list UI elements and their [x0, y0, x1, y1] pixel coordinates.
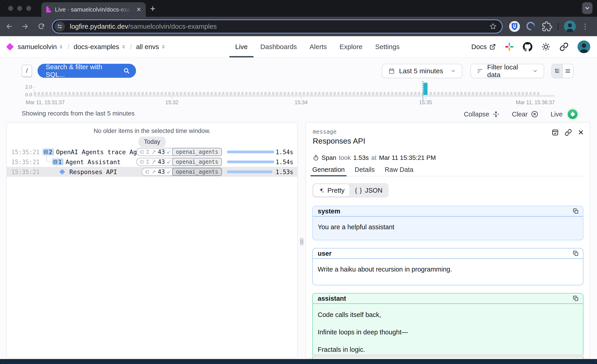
panel-resize-handle[interactable]: [300, 237, 304, 246]
search-filter-button[interactable]: Search & filter with SQL...: [38, 64, 136, 78]
reload-icon: [38, 23, 45, 30]
row-timestamp: 15:35:21: [11, 149, 39, 156]
child-count: 1: [58, 159, 62, 165]
time-range-dropdown[interactable]: Last 5 minutes: [382, 64, 462, 78]
window-close-button[interactable]: [8, 6, 13, 11]
local-filter-value: Filter local data: [487, 63, 528, 79]
nav-tab-explore[interactable]: Explore: [340, 36, 363, 57]
breadcrumb: samuelcolvin / docs-examples / all envs: [7, 36, 166, 57]
docs-link[interactable]: Docs: [471, 43, 496, 51]
pretty-label: Pretty: [327, 187, 345, 194]
message-line: Infinite loops in deep thought—: [318, 329, 578, 336]
select-chevrons-icon: [121, 44, 126, 49]
x-axis-tick: 15:32: [165, 99, 179, 106]
live-toggle[interactable]: Live: [551, 107, 579, 121]
duration-value: 1.54s: [276, 159, 293, 166]
collapse-button[interactable]: Collapse: [464, 111, 500, 118]
reload-button[interactable]: [38, 23, 45, 30]
local-filter-dropdown[interactable]: Filter local data: [471, 64, 544, 78]
table-row[interactable]: 15:35:21 2 OpenAI Agents trace Agent… Σ …: [7, 147, 297, 157]
browser-tab-strip: Live · samuelcolvin/docs-exa ✕ +: [0, 0, 597, 17]
x-axis-labels: Mar 11, 15:31:37 15:32 15:34 15:35 Mar 1…: [34, 99, 555, 106]
back-button[interactable]: [5, 23, 13, 30]
url-bar[interactable]: logfire.pydantic.dev/samuelcolvin/docs-e…: [52, 19, 503, 33]
duration-value: 1.53s: [276, 169, 293, 175]
tab-search-button[interactable]: [582, 2, 592, 14]
breadcrumb-env[interactable]: all envs: [136, 43, 166, 51]
avatar-image: [564, 21, 576, 32]
nav-tab-live[interactable]: Live: [235, 36, 248, 57]
records-actions: Collapse Clear Live: [464, 107, 579, 122]
tab-details[interactable]: Details: [355, 165, 375, 176]
window-zoom-button[interactable]: [26, 6, 31, 11]
calendar-icon: [388, 68, 395, 74]
pretty-toggle-button[interactable]: Pretty: [314, 184, 350, 197]
event-bar: [424, 83, 428, 95]
scope-tag: openai_agents: [172, 168, 222, 176]
window-minimize-button[interactable]: [17, 6, 22, 11]
copy-icon[interactable]: [573, 295, 579, 302]
list-view-icon: [565, 68, 571, 74]
meta-at: at: [371, 154, 377, 161]
span-count-badge[interactable]: 1: [52, 158, 63, 165]
breadcrumb-org[interactable]: samuelcolvin: [18, 43, 63, 51]
tree-view-button[interactable]: [552, 64, 562, 78]
extensions-puzzle-icon[interactable]: [542, 21, 552, 32]
github-icon[interactable]: [523, 42, 532, 52]
browser-tab[interactable]: Live · samuelcolvin/docs-exa ✕: [41, 2, 146, 17]
list-view-button[interactable]: [562, 64, 573, 78]
tab-close-icon[interactable]: ✕: [136, 7, 141, 12]
copy-link-icon[interactable]: [565, 129, 572, 136]
share-link-icon[interactable]: [559, 42, 568, 51]
live-toggle-button[interactable]: [568, 109, 578, 119]
token-coin-icon: [140, 160, 144, 164]
browser-profile-avatar[interactable]: [564, 21, 576, 32]
chevron-down-icon: [451, 68, 456, 74]
nav-tab-alerts[interactable]: Alerts: [310, 36, 327, 57]
tab-raw-data[interactable]: Raw Data: [385, 165, 413, 176]
timeline-chart[interactable]: [34, 83, 555, 97]
header-actions: Docs: [471, 36, 590, 57]
next-section-strip: [312, 354, 583, 358]
collapse-label: Collapse: [464, 111, 489, 118]
lock-extension-icon[interactable]: [526, 21, 536, 32]
records-panel: No older items in the selected time wind…: [6, 122, 298, 358]
event-cursor-line: [423, 81, 423, 100]
docs-label: Docs: [471, 43, 487, 51]
message-card-user: user Write a haiku about recursion in pr…: [312, 248, 583, 285]
copy-icon[interactable]: [573, 208, 579, 214]
forward-arrow-icon: [21, 23, 29, 30]
logfire-logo-icon: [6, 43, 14, 51]
today-pill[interactable]: Today: [139, 136, 166, 147]
tokens-in-count: 43: [158, 158, 165, 165]
copy-icon[interactable]: [573, 250, 579, 257]
message-cards: system You are a helpful assistant user …: [312, 206, 583, 363]
bitwarden-extension-icon[interactable]: [509, 21, 520, 32]
clear-button[interactable]: Clear: [512, 110, 538, 118]
nav-tab-settings[interactable]: Settings: [375, 36, 400, 57]
table-row-selected[interactable]: 15:35:21 Responses API ↗ 43 ↙ 20 openai_…: [7, 167, 297, 177]
message-role: system: [318, 207, 340, 215]
nav-tab-dashboards[interactable]: Dashboards: [260, 36, 297, 57]
table-row[interactable]: 15:35:21 1 Agent Assistant Σ ↗ 43 ↙ 20 o…: [7, 157, 297, 167]
json-toggle-button[interactable]: { } JSON: [350, 184, 387, 197]
tab-generation[interactable]: Generation: [312, 165, 345, 176]
pin-panel-icon[interactable]: [552, 129, 559, 136]
close-panel-icon[interactable]: ✕: [578, 129, 584, 136]
theme-sun-icon[interactable]: [542, 42, 550, 51]
user-avatar[interactable]: [578, 40, 590, 53]
bookmark-star-icon[interactable]: [489, 23, 497, 30]
browser-menu-button[interactable]: ⋮: [582, 22, 589, 31]
window-controls[interactable]: [8, 6, 31, 11]
span-count-badge[interactable]: 2: [42, 149, 54, 155]
tokens-in-arrow-icon: ↗: [151, 159, 156, 165]
meta-span: Span: [322, 154, 336, 161]
breadcrumb-project[interactable]: docs-examples: [74, 43, 126, 51]
breadcrumb-separator: /: [68, 43, 69, 51]
row-timestamp: 15:35:21: [11, 159, 39, 166]
slack-icon[interactable]: [505, 42, 514, 51]
new-tab-button[interactable]: +: [150, 4, 155, 13]
span-name: Responses API: [69, 168, 117, 175]
site-settings-button[interactable]: [55, 21, 65, 32]
forward-button[interactable]: [21, 23, 29, 30]
